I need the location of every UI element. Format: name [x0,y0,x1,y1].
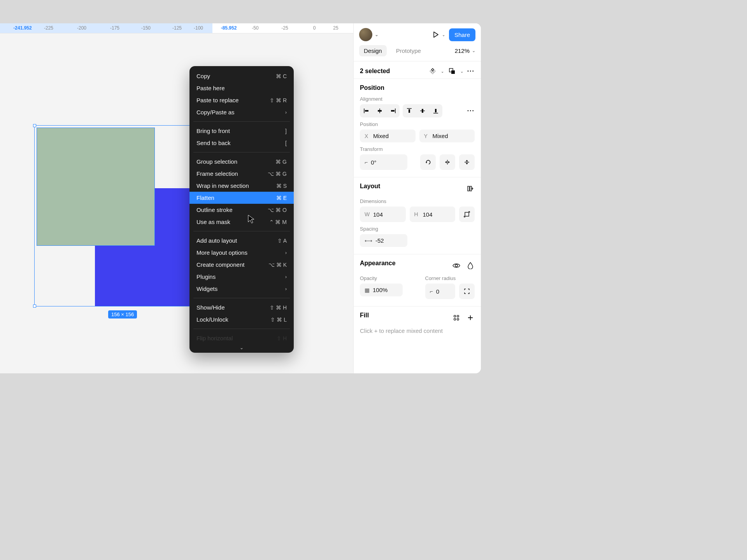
present-chevron-icon[interactable]: ⌄ [442,33,445,37]
align-hcenter-button[interactable] [373,104,386,117]
avatar-chevron-icon[interactable]: ⌄ [375,32,379,37]
fill-mixed-hint: Click + to replace mixed content [360,324,475,334]
context-menu[interactable]: Copy⌘ CPaste herePaste to replace⇧ ⌘ RCo… [189,66,294,353]
section-fill: Fill Click + to replace mixed content [354,306,481,341]
present-button[interactable]: ⌄ [432,31,445,38]
context-menu-item[interactable]: Flip horizontal⇧ H [189,332,294,344]
context-menu-item[interactable]: Lock/Unlock⇧ ⌘ L [189,313,294,326]
properties-panel: ⌄ ⌄ Share Design Prototype 212% ⌄ 2 sele… [353,23,481,373]
autolayout-add-icon[interactable] [466,184,475,193]
boolean-chevron-icon[interactable]: ⌄ [460,69,463,74]
context-menu-item[interactable]: Create component⌥ ⌘ K [189,259,294,271]
tab-design[interactable]: Design [359,45,387,56]
context-menu-item-label: Bring to front [196,128,230,134]
flip-vertical-button[interactable] [459,154,475,170]
context-menu-item[interactable]: Copy/Paste as› [189,106,294,118]
context-menu-item-label: Group selection [196,158,237,165]
svg-rect-11 [422,109,423,113]
context-menu-item[interactable]: Widgets› [189,283,294,295]
visibility-icon[interactable] [452,261,461,270]
component-chevron-icon[interactable]: ⌄ [441,69,444,74]
app-window: -241.952-225-200-175-150-125-100-85.952-… [0,23,481,373]
svg-point-22 [454,315,456,317]
add-fill-icon[interactable] [466,313,475,322]
context-menu-item[interactable]: Paste to replace⇧ ⌘ R [189,94,294,106]
corner-radius-field[interactable]: ⌐ 0 [425,284,456,299]
align-vcenter-button[interactable] [416,104,429,117]
context-menu-item[interactable]: Send to back[ [189,137,294,149]
component-icon[interactable] [428,67,437,75]
chevron-right-icon: › [285,274,287,280]
context-menu-item[interactable]: Outline stroke⌥ ⌘ O [189,204,294,216]
rotate-90-button[interactable] [420,154,436,170]
context-menu-item[interactable]: More layout options› [189,247,294,259]
context-menu-item[interactable]: Show/Hide⇧ ⌘ H [189,301,294,313]
context-menu-item[interactable]: Paste here [189,82,294,94]
ruler-tick: -125 [172,25,182,31]
label-corner-radius: Corner radius [425,275,475,281]
context-menu-item[interactable]: Use as mask⌃ ⌘ M [189,216,294,228]
context-menu-shortcut: ⌥ ⌘ G [268,171,287,177]
constrain-proportions-button[interactable] [459,206,475,222]
rotation-field[interactable]: ⌐ 0° [360,154,407,170]
align-right-button[interactable] [386,104,400,117]
zoom-control[interactable]: 212% ⌄ [455,47,475,54]
context-menu-item-label: Paste here [196,85,225,91]
selection-bounds[interactable] [34,125,213,306]
svg-rect-17 [470,186,472,191]
section-position: Position Alignment ··· Position XMixed [354,79,481,177]
svg-rect-1 [451,70,455,74]
svg-point-24 [454,318,456,320]
resize-handle-nw[interactable] [33,124,36,127]
zoom-value: 212% [455,47,470,54]
flip-horizontal-button[interactable] [440,154,455,170]
selection-size-badge: 156 × 156 [108,310,137,318]
svg-rect-5 [378,110,382,112]
context-menu-item[interactable]: Plugins› [189,271,294,283]
context-menu-item[interactable]: Group selection⌘ G [189,156,294,168]
context-menu-scroll-down-icon[interactable]: ⌄ [189,344,294,350]
align-more-icon[interactable]: ··· [467,107,475,114]
context-menu-item-label: Wrap in new section [196,182,249,189]
align-v-group [403,104,442,117]
align-bottom-button[interactable] [429,104,442,117]
ruler-tick: -241.952 [13,25,32,31]
width-field[interactable]: W104 [360,206,406,222]
blend-mode-icon[interactable] [466,261,475,270]
panel-topbar: ⌄ ⌄ Share [354,23,481,45]
align-top-button[interactable] [403,104,416,117]
chevron-right-icon: › [285,110,287,115]
resize-handle-sw[interactable] [33,304,36,308]
ruler-tick: 25 [333,25,338,31]
context-menu-item[interactable]: Bring to front] [189,125,294,137]
more-actions-icon[interactable]: ··· [467,68,475,75]
context-menu-item-label: More layout options [196,249,247,256]
styles-icon[interactable] [452,313,461,322]
height-field[interactable]: H104 [410,206,456,222]
canvas[interactable]: 156 × 156 [0,33,353,373]
context-menu-separator [193,329,290,329]
opacity-field[interactable]: ▦ 100% [360,284,403,296]
svg-point-21 [455,264,458,267]
chevron-right-icon: › [285,250,287,256]
context-menu-item[interactable]: Add auto layout⇧ A [189,234,294,247]
position-x-field[interactable]: XMixed [360,130,416,142]
boolean-ops-icon[interactable] [448,67,456,75]
avatar[interactable] [359,28,372,41]
align-left-button[interactable] [360,104,373,117]
context-menu-item[interactable]: Frame selection⌥ ⌘ G [189,168,294,180]
context-menu-item-label: Copy/Paste as [196,109,235,116]
share-button[interactable]: Share [449,28,475,41]
context-menu-separator [193,231,290,231]
tab-prototype[interactable]: Prototype [391,45,426,56]
position-y-field[interactable]: YMixed [419,130,475,142]
canvas-area[interactable]: -241.952-225-200-175-150-125-100-85.952-… [0,23,353,373]
context-menu-shortcut: ⌘ C [276,73,287,79]
context-menu-shortcut: ⇧ ⌘ R [270,97,287,103]
section-title-layout: Layout [360,183,380,190]
context-menu-item[interactable]: Wrap in new section⌘ S [189,180,294,192]
independent-corners-button[interactable] [459,284,475,299]
context-menu-item[interactable]: Copy⌘ C [189,70,294,82]
spacing-field[interactable]: ⟷ -52 [360,234,407,247]
context-menu-item[interactable]: Flatten⌘ E [189,192,294,204]
